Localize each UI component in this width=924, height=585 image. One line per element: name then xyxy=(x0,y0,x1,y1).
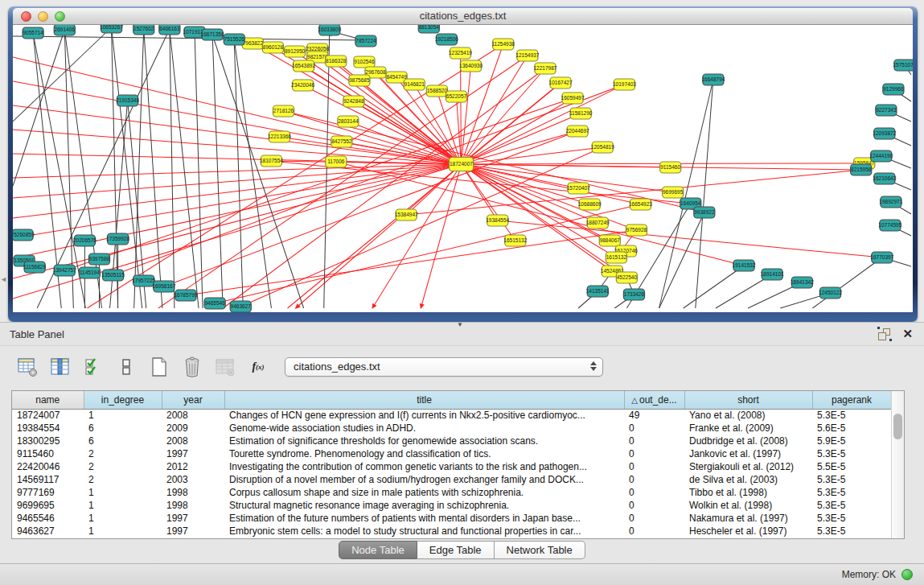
graph-edge[interactable] xyxy=(158,56,528,308)
graph-edge[interactable] xyxy=(112,27,142,308)
graph-node[interactable]: 9129966 xyxy=(883,84,904,95)
network-canvas[interactable]: 1872400779638228960128891295023226058982… xyxy=(13,25,913,312)
float-panel-icon[interactable] xyxy=(878,328,891,340)
table-row[interactable]: 2242004622012Investigating the contribut… xyxy=(12,460,891,473)
graph-node[interactable]: 16515132 xyxy=(503,235,527,246)
graph-edge[interactable] xyxy=(354,101,462,164)
graph-node[interactable]: 9938922 xyxy=(694,207,715,218)
graph-node[interactable]: 10774595 xyxy=(878,220,901,231)
graph-edge[interactable] xyxy=(13,164,461,178)
column-header-out_degree[interactable]: △out_de... xyxy=(624,391,684,409)
graph-node[interactable]: 9699695 xyxy=(663,187,684,198)
graph-node[interactable]: 9397588 xyxy=(88,253,109,265)
graph-node[interactable]: 19384554 xyxy=(486,215,509,226)
table-row[interactable]: 969969511998Structural magnetic resonanc… xyxy=(12,499,891,512)
graph-node[interactable]: 9227343 xyxy=(876,105,897,116)
graph-edge[interactable] xyxy=(288,83,561,308)
graph-edge[interactable] xyxy=(461,147,602,164)
graph-node[interactable]: 21915346 xyxy=(116,95,139,106)
graph-node[interactable]: 13505115 xyxy=(101,270,125,281)
node-table-scroll[interactable]: namein_degreeyeartitle△out_de...shortpag… xyxy=(12,391,891,538)
graph-node[interactable]: 8427552 xyxy=(331,136,352,147)
graph-node[interactable]: 16210643 xyxy=(873,173,896,184)
graph-node[interactable]: 17957225 xyxy=(132,275,155,286)
graph-edge[interactable] xyxy=(696,80,713,308)
graph-node[interactable]: 13942757 xyxy=(53,265,76,276)
graph-edge[interactable] xyxy=(113,84,625,275)
graph-node[interactable]: 11254938 xyxy=(491,39,515,50)
graph-node[interactable]: 18914101 xyxy=(761,269,784,280)
column-header-in_degree[interactable]: in_degree xyxy=(84,391,162,409)
graph-node[interactable]: 9884067 xyxy=(599,235,620,246)
graph-node[interactable]: 16671358 xyxy=(201,29,224,40)
select-all-icon[interactable] xyxy=(82,356,105,378)
graph-node[interactable]: 1733426 xyxy=(623,289,644,300)
graph-node[interactable]: 11156829 xyxy=(23,262,46,273)
column-header-short[interactable]: short xyxy=(684,391,812,409)
column-header-title[interactable]: title xyxy=(224,391,624,409)
table-scrollbar[interactable] xyxy=(891,391,904,538)
graph-node[interactable]: 6466163 xyxy=(159,25,180,35)
graph-node[interactable]: 7963822 xyxy=(242,38,263,49)
graph-node[interactable]: 12450122 xyxy=(819,287,842,299)
table-row[interactable]: 1938455462009Genome-wide association stu… xyxy=(12,422,891,435)
graph-node[interactable]: 16958167 xyxy=(152,281,175,292)
graph-node[interactable]: 13640930 xyxy=(459,60,483,72)
graph-edge[interactable] xyxy=(13,30,64,186)
table-row[interactable]: 946554611997Estimation of the future num… xyxy=(12,512,891,525)
graph-node[interactable]: 25260859 xyxy=(13,229,35,241)
graph-node[interactable]: 9756928 xyxy=(626,225,647,236)
graph-node[interactable]: 19218506 xyxy=(435,34,458,45)
graph-node[interactable]: 10653267 xyxy=(100,25,123,33)
graph-node[interactable]: 9465546 xyxy=(204,298,225,309)
graph-node[interactable]: 18107554 xyxy=(260,155,283,167)
graph-node[interactable]: 16648794 xyxy=(701,74,725,85)
table-selector-dropdown[interactable]: citations_edges.txt xyxy=(285,357,603,377)
graph-node[interactable]: 8960128 xyxy=(262,42,283,53)
graph-node[interactable]: 15720407 xyxy=(567,183,590,194)
split-collapse-icon[interactable]: ◄ xyxy=(0,275,7,283)
graph-node[interactable]: 12217987 xyxy=(533,63,556,74)
graph-node[interactable]: 12093872 xyxy=(873,128,896,139)
graph-node[interactable]: 16785799 xyxy=(174,290,197,301)
graph-node[interactable]: 9115460 xyxy=(660,162,681,173)
graph-node[interactable]: 19141532 xyxy=(733,260,756,271)
graph-node[interactable]: 15751074 xyxy=(893,60,913,71)
graph-node[interactable]: 8215958 xyxy=(851,164,872,175)
graph-node[interactable]: 8912950 xyxy=(285,46,306,57)
delete-table-icon[interactable] xyxy=(181,356,203,378)
graph-node[interactable]: 2803144 xyxy=(338,116,359,127)
graph-node[interactable]: 7857224 xyxy=(355,35,376,47)
graph-node[interactable]: 9463627 xyxy=(230,301,251,312)
graph-node[interactable]: 2691406 xyxy=(54,25,75,35)
graph-node[interactable]: 1145194 xyxy=(79,267,100,278)
graph-node[interactable]: 15384947 xyxy=(395,209,418,220)
graph-node[interactable]: 117006 xyxy=(326,156,347,167)
graph-node[interactable]: 4522540 xyxy=(616,272,637,283)
show-columns-icon[interactable] xyxy=(49,356,72,378)
graph-node[interactable]: 16033809 xyxy=(318,25,341,35)
graph-node[interactable]: 12325419 xyxy=(449,47,472,59)
graph-edge[interactable] xyxy=(659,212,704,308)
rows-mode-icon[interactable] xyxy=(115,356,138,378)
graph-node[interactable]: 19892971 xyxy=(879,196,902,208)
column-header-pagerank[interactable]: pagerank xyxy=(812,391,891,409)
close-window-icon[interactable] xyxy=(21,11,31,22)
graph-node[interactable]: 9146821 xyxy=(404,79,425,90)
graph-node[interactable]: 12054819 xyxy=(591,142,614,153)
graph-node[interactable]: 6522057 xyxy=(446,91,466,102)
table-row[interactable]: 946362711997Embryonic stem cells: a mode… xyxy=(12,525,891,538)
tab-edge-table[interactable]: Edge Table xyxy=(417,541,495,559)
tab-node-table[interactable]: Node Table xyxy=(339,541,417,559)
graph-node[interactable]: 1588520 xyxy=(426,85,447,97)
graph-edge[interactable] xyxy=(13,164,461,238)
graph-node[interactable]: 7515526 xyxy=(224,34,244,45)
graph-node[interactable]: 12154937 xyxy=(515,50,539,61)
tab-network-table[interactable]: Network Table xyxy=(495,541,585,559)
graph-edge[interactable] xyxy=(421,164,461,308)
graph-node[interactable]: 16941342 xyxy=(791,277,814,288)
graph-node[interactable]: 2718126 xyxy=(273,105,294,117)
graph-node[interactable]: 14135141 xyxy=(586,286,610,297)
graph-edge[interactable] xyxy=(234,39,243,308)
table-row[interactable]: 911546021997Tourette syndrome. Phenomeno… xyxy=(12,447,891,460)
